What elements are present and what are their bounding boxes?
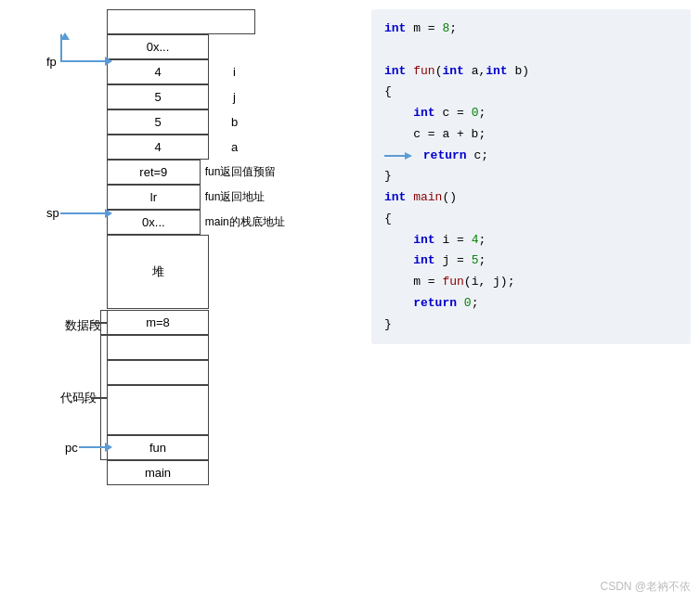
main-row: main [107,460,209,485]
stack-row-a: 4 a [107,135,311,160]
stack-row-i: 4 i [107,59,311,84]
stack-row-ret: ret=9 fun返回值预留 [107,160,311,185]
code-line-blank1 [384,40,678,61]
code-segment-empty3 [107,385,209,435]
code-line-c-assign: c = a + b; [384,124,678,146]
code-line-return-0: return 0; [384,293,678,315]
data-segment-label: 数据段 [65,317,101,334]
stack-row-empty-top [107,9,311,34]
stack-row-main-bottom: 0x... main的栈底地址 [107,210,311,235]
code-line-m-assign: m = fun(i, j); [384,272,678,293]
data-segment-arrow-line [91,322,107,324]
stack-row-j: 5 j [107,84,311,109]
pc-label: pc [65,441,78,455]
code-line-return-c: return c; [384,146,678,167]
sp-label: sp [46,206,59,220]
fp-arrow-horizontal [60,60,107,62]
code-line-fun-decl: int fun(int a,int b) [384,61,678,83]
stack-row-b: 5 b [107,109,311,135]
stack-row-fp: 0x... [107,34,311,59]
code-line-1: int m = 8; [384,19,678,40]
data-m-row: m=8 [107,310,209,335]
stack-row-heap: 堆 [107,235,311,309]
code-panel: int m = 8; int fun(int a,int b) { int c … [371,9,691,344]
code-line-int-i: int i = 4; [384,230,678,251]
svg-marker-1 [405,152,412,160]
code-line-int-j: int j = 5; [384,251,678,272]
code-segment-arrow-line [91,397,107,399]
code-line-int-c: int c = 0; [384,103,678,124]
return-arrow-icon [384,150,412,161]
watermark: CSDN @老衲不依 [600,579,691,595]
pc-arrow [79,446,107,448]
cell-0x-top: 0x... [107,34,209,59]
fp-label: fp [46,55,57,69]
code-line-main-decl: int main() [384,187,678,209]
stack-table: 0x... 4 i 5 j [107,9,311,309]
code-line-main-close: } [384,315,678,336]
stack-row-lr: lr fun返回地址 [107,185,311,210]
fp-arrow-up [60,32,70,40]
code-line-fun-close: } [384,166,678,187]
code-segment-empty2 [107,360,209,385]
code-line-main-open: { [384,209,678,230]
code-segment-empty1 [107,335,209,360]
memory-diagram: 0x... 4 i 5 j [9,9,362,594]
code-line-fun-open: { [384,82,678,103]
sp-arrow-horizontal [60,212,107,214]
fun-row: fun [107,435,209,460]
